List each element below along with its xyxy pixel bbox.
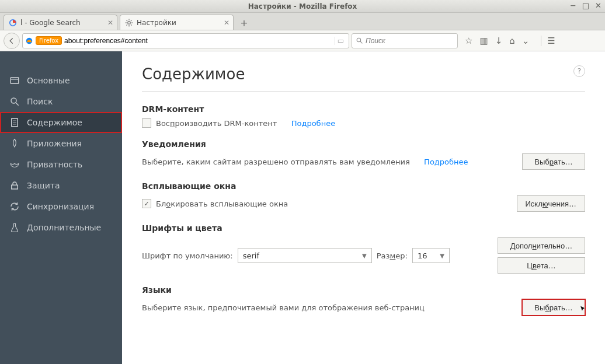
reader-mode-icon[interactable]: ▭ bbox=[335, 37, 346, 45]
sidebar-item-label: Содержимое bbox=[27, 118, 82, 127]
section-heading: Шрифты и цвета bbox=[142, 223, 585, 233]
sidebar-item-label: Основные bbox=[27, 76, 70, 85]
home-icon[interactable]: ⌂ bbox=[509, 36, 515, 46]
svg-point-11 bbox=[357, 38, 361, 42]
tab-label: Настройки bbox=[137, 19, 176, 27]
section-heading: DRM-контент bbox=[142, 104, 585, 114]
section-popups: Всплывающие окна ✓ Блокировать всплывающ… bbox=[142, 181, 585, 212]
section-heading: Уведомления bbox=[142, 139, 585, 149]
chevron-down-icon: ▼ bbox=[440, 253, 444, 259]
url-input[interactable] bbox=[64, 37, 332, 45]
tab-close-icon[interactable]: ✕ bbox=[224, 19, 230, 27]
window-maximize-icon[interactable]: □ bbox=[582, 1, 589, 10]
sidebar-item-label: Дополнительные bbox=[27, 223, 101, 232]
rocket-icon bbox=[9, 138, 20, 149]
svg-point-1 bbox=[128, 21, 131, 24]
flask-icon bbox=[9, 222, 20, 233]
svg-line-8 bbox=[126, 24, 127, 25]
preferences-content: ? Содержимое DRM-контент Воспроизводить … bbox=[122, 51, 605, 364]
sidebar-item-sync[interactable]: Синхронизация bbox=[0, 196, 122, 217]
svg-line-9 bbox=[131, 20, 132, 21]
sidebar-icon[interactable]: ▥ bbox=[479, 36, 488, 46]
page-title: Содержимое bbox=[142, 65, 585, 83]
browser-tab-google[interactable]: l - Google Search ✕ bbox=[4, 15, 117, 30]
sidebar-item-label: Приватность bbox=[27, 160, 82, 169]
languages-desc: Выберите язык, предпочитаемый вами для о… bbox=[142, 303, 425, 312]
gear-favicon-icon bbox=[125, 19, 133, 27]
font-size-value: 16 bbox=[418, 251, 427, 260]
notifications-choose-button[interactable]: Выбрать… bbox=[522, 153, 585, 170]
fonts-advanced-button[interactable]: Дополнительно… bbox=[498, 237, 585, 254]
browser-tab-settings[interactable]: Настройки ✕ bbox=[120, 15, 234, 30]
section-notifications: Уведомления Выберите, каким сайтам разре… bbox=[142, 139, 585, 170]
languages-choose-button[interactable]: Выбрать… bbox=[522, 299, 585, 316]
sidebar-item-label: Приложения bbox=[27, 139, 82, 148]
popup-block-label: Блокировать всплывающие окна bbox=[156, 200, 288, 208]
svg-line-7 bbox=[131, 24, 132, 25]
svg-rect-13 bbox=[11, 78, 19, 84]
tab-strip: l - Google Search ✕ Настройки ✕ + bbox=[0, 13, 605, 30]
search-bar[interactable] bbox=[352, 33, 458, 48]
sidebar-item-applications[interactable]: Приложения bbox=[0, 133, 122, 154]
navigation-toolbar: Firefox ▭ ☆ ▥ ↓ ⌂ ⌄ ☰ bbox=[0, 30, 605, 51]
drm-learn-more-link[interactable]: Подробнее bbox=[291, 119, 335, 128]
section-drm: DRM-контент Воспроизводить DRM-контент П… bbox=[142, 104, 585, 128]
help-icon[interactable]: ? bbox=[573, 65, 585, 77]
document-icon bbox=[9, 117, 20, 128]
svg-rect-21 bbox=[12, 185, 18, 189]
search-icon bbox=[9, 96, 20, 107]
font-size-select[interactable]: 16 ▼ bbox=[412, 248, 450, 263]
search-input[interactable] bbox=[366, 37, 454, 45]
sidebar-item-content[interactable]: Содержимое bbox=[0, 112, 122, 133]
drm-checkbox[interactable] bbox=[142, 118, 151, 128]
tab-close-icon[interactable]: ✕ bbox=[107, 19, 113, 27]
chevron-down-icon: ▼ bbox=[362, 253, 367, 259]
section-fonts: Шрифты и цвета Шрифт по умолчанию: serif… bbox=[142, 223, 585, 274]
window-titlebar: Настройки - Mozilla Firefox − □ ✕ bbox=[0, 0, 605, 13]
sidebar-item-privacy[interactable]: Приватность bbox=[0, 154, 122, 175]
font-size-label: Размер: bbox=[377, 251, 408, 260]
identity-badge: Firefox bbox=[36, 36, 62, 45]
pocket-icon[interactable]: ⌄ bbox=[522, 36, 530, 46]
colors-button[interactable]: Цвета… bbox=[498, 257, 585, 274]
lock-icon bbox=[9, 180, 20, 191]
bookmark-star-icon[interactable]: ☆ bbox=[465, 36, 472, 46]
notifications-desc: Выберите, каким сайтам разрешено отправл… bbox=[142, 158, 410, 166]
downloads-icon[interactable]: ↓ bbox=[495, 36, 503, 46]
svg-line-12 bbox=[360, 41, 362, 43]
default-font-label: Шрифт по умолчанию: bbox=[142, 251, 233, 260]
window-minimize-icon[interactable]: − bbox=[570, 1, 576, 10]
default-font-value: serif bbox=[243, 251, 259, 260]
firefox-globe-icon bbox=[25, 37, 33, 45]
window-title: Настройки - Mozilla Firefox bbox=[248, 2, 357, 10]
drm-checkbox-label: Воспроизводить DRM-контент bbox=[156, 119, 277, 128]
sidebar-item-label: Поиск bbox=[27, 97, 53, 106]
svg-line-16 bbox=[16, 103, 19, 106]
sidebar-item-security[interactable]: Защита bbox=[0, 175, 122, 196]
section-languages: Языки Выберите язык, предпочитаемый вами… bbox=[142, 285, 585, 316]
window-close-icon[interactable]: ✕ bbox=[595, 1, 601, 10]
hamburger-menu-icon[interactable]: ☰ bbox=[541, 36, 555, 46]
google-favicon-icon bbox=[9, 19, 17, 27]
arrow-left-icon bbox=[8, 37, 16, 45]
popup-block-checkbox[interactable]: ✓ bbox=[142, 199, 151, 208]
sidebar-item-label: Защита bbox=[27, 181, 60, 190]
preferences-sidebar: Основные Поиск Содержимое Приложения При… bbox=[0, 51, 122, 364]
window-icon bbox=[9, 75, 20, 86]
default-font-select[interactable]: serif ▼ bbox=[238, 248, 372, 263]
sidebar-item-label: Синхронизация bbox=[27, 202, 94, 211]
sync-icon bbox=[9, 201, 20, 212]
popup-exceptions-button[interactable]: Исключения… bbox=[517, 195, 586, 212]
notifications-learn-more-link[interactable]: Подробнее bbox=[424, 158, 468, 166]
svg-point-15 bbox=[11, 98, 16, 103]
section-heading: Языки bbox=[142, 285, 585, 295]
sidebar-item-general[interactable]: Основные bbox=[0, 70, 122, 91]
url-bar[interactable]: Firefox ▭ bbox=[22, 33, 349, 48]
tab-label: l - Google Search bbox=[20, 19, 81, 27]
mask-icon bbox=[9, 159, 20, 170]
sidebar-item-search[interactable]: Поиск bbox=[0, 91, 122, 112]
back-button[interactable] bbox=[4, 33, 20, 49]
new-tab-button[interactable]: + bbox=[236, 16, 252, 30]
preferences-main: Основные Поиск Содержимое Приложения При… bbox=[0, 51, 605, 364]
sidebar-item-advanced[interactable]: Дополнительные bbox=[0, 217, 122, 238]
